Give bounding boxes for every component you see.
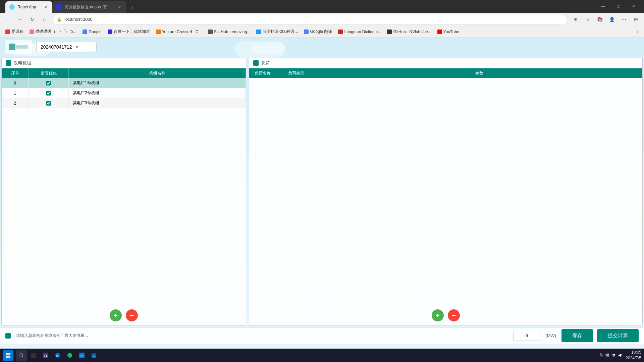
sidebar-button[interactable]: ⊟ bbox=[631, 14, 641, 25]
forward-button[interactable]: → bbox=[15, 14, 25, 25]
calendar-icon: 5 bbox=[91, 353, 97, 358]
bookmark-icon-googletranslate bbox=[304, 29, 309, 34]
right-remove-button[interactable]: − bbox=[448, 309, 460, 321]
left-remove-button[interactable]: − bbox=[126, 309, 138, 321]
cell-id-2: 2 bbox=[2, 98, 29, 108]
svg-text:</>: </> bbox=[80, 354, 84, 357]
home-button[interactable]: ⌂ bbox=[39, 14, 50, 25]
bookmark-crossref[interactable]: You are Crossref - C... bbox=[153, 28, 205, 36]
reload-button[interactable]: ↻ bbox=[27, 14, 38, 25]
right-table-header: 负荷名称 负荷类型 参数 bbox=[249, 68, 642, 78]
bottom-buttons: 保存 提交计算 bbox=[561, 329, 639, 342]
bookmark-bilibili[interactable]: 哔哩哔哩（゜-゜）つ... bbox=[27, 27, 79, 36]
taskbar-app-vs[interactable]: VS bbox=[40, 350, 51, 361]
favorites-button[interactable]: ☆ bbox=[582, 14, 593, 25]
right-panel-header: 负荷 bbox=[249, 58, 642, 68]
taskbar-app-search[interactable] bbox=[16, 350, 27, 361]
left-col-header-name: 机组名称 bbox=[69, 68, 246, 78]
bookmark-label-baidu: 百度一下，你就知道 bbox=[114, 29, 150, 35]
back-button[interactable]: ← bbox=[3, 14, 13, 25]
bookmark-label-youtube: YouTube bbox=[443, 29, 459, 34]
table-row[interactable]: 0 某电厂1号机组 bbox=[2, 78, 246, 88]
maximize-button[interactable]: □ bbox=[610, 0, 626, 13]
logo-image bbox=[9, 42, 29, 52]
search-icon bbox=[19, 353, 24, 358]
table-row[interactable]: 2 某电厂3号机组 bbox=[2, 98, 246, 108]
svg-text:e: e bbox=[56, 354, 58, 357]
bookmark-label-scihub: Sci-Hub: removing... bbox=[214, 29, 251, 34]
app-content: 202407041712 ▼ 发电机组 序号 是否优化 机组名称 bbox=[0, 38, 644, 349]
submit-button[interactable]: 提交计算 bbox=[597, 329, 639, 342]
bookmark-aikecheng[interactable]: 爱课程 bbox=[3, 27, 26, 36]
address-bar[interactable]: 🔒 localhost:3000 bbox=[52, 14, 568, 25]
taskbar-lang-en[interactable]: 英 bbox=[599, 353, 603, 358]
taskbar-lang-pin[interactable]: 拼 bbox=[605, 353, 609, 358]
date-value: 202407041712 bbox=[41, 44, 72, 50]
bookmark-baidu[interactable]: 百度一下，你就知道 bbox=[105, 27, 153, 36]
capacity-input[interactable] bbox=[513, 331, 540, 341]
vs-icon: VS bbox=[43, 353, 48, 358]
cell-check-2[interactable] bbox=[29, 98, 69, 108]
bookmark-icon-bilibili bbox=[30, 29, 34, 34]
close-button[interactable]: ✕ bbox=[626, 0, 641, 13]
cell-check-1[interactable] bbox=[29, 88, 69, 98]
new-tab-button[interactable]: + bbox=[127, 3, 137, 13]
left-panel-title: 发电机组 bbox=[14, 60, 31, 66]
right-add-button[interactable]: + bbox=[432, 309, 444, 321]
bookmark-longman[interactable]: Longman Dictionar... bbox=[335, 28, 384, 36]
taskbar-right: 英 拼 10:05 2024/7/5 bbox=[599, 350, 641, 361]
taskbar-app-vscode[interactable]: </> bbox=[76, 350, 87, 361]
tab-close-react[interactable]: ✕ bbox=[43, 4, 48, 10]
bookmark-google[interactable]: Google bbox=[80, 28, 104, 36]
bookmark-label-crossref: You are Crossref - C... bbox=[162, 29, 202, 34]
start-button[interactable] bbox=[3, 350, 13, 361]
tab-baidu[interactable]: 回调函数修改propos_百度搜索 ✕ bbox=[52, 1, 126, 13]
bookmark-label-longman: Longman Dictionar... bbox=[344, 29, 381, 34]
bookmark-github[interactable]: GitHub - NVlabs/ne... bbox=[384, 28, 434, 36]
bookmarks-bar: 爱课程 哔哩哔哩（゜-゜）つ... Google 百度一下，你就知道 You a… bbox=[0, 26, 644, 38]
right-col-header-name: 负荷名称 bbox=[249, 68, 276, 78]
extensions-button[interactable]: ⊞ bbox=[570, 14, 581, 25]
bookmark-baidufanyi[interactable]: 百度翻译-200种语... bbox=[254, 27, 301, 36]
title-bar: React App ✕ 回调函数修改propos_百度搜索 ✕ + — □ ✕ bbox=[0, 0, 644, 13]
taskbar-app-wechat[interactable] bbox=[64, 350, 75, 361]
time-display: 10:05 bbox=[626, 350, 641, 355]
more-button[interactable]: ⋯ bbox=[619, 14, 629, 25]
checkbox-1[interactable] bbox=[46, 91, 51, 96]
tab-close-baidu[interactable]: ✕ bbox=[117, 4, 122, 10]
bookmark-scihub[interactable]: Sci-Hub: removing... bbox=[205, 28, 253, 36]
cell-id-0: 0 bbox=[2, 78, 29, 88]
app-header: 202407041712 ▼ bbox=[0, 38, 644, 56]
cell-name-1: 某电厂2号机组 bbox=[69, 88, 246, 98]
checkbox-2[interactable] bbox=[46, 101, 51, 106]
date-display: 2024/7/5 bbox=[626, 355, 641, 361]
svg-point-14 bbox=[67, 353, 72, 358]
collections-button[interactable]: 📚 bbox=[594, 14, 605, 25]
minimize-button[interactable]: — bbox=[595, 0, 610, 13]
taskbar-app-terminal[interactable]: _ bbox=[28, 350, 39, 361]
svg-text:VS: VS bbox=[44, 354, 48, 357]
table-row[interactable]: 1 某电厂2号机组 bbox=[2, 88, 246, 98]
right-panel-title: 负荷 bbox=[261, 60, 270, 66]
wifi-icon bbox=[611, 353, 616, 358]
svg-point-6 bbox=[20, 354, 22, 356]
date-selector[interactable]: 202407041712 ▼ bbox=[36, 42, 97, 52]
tab-react-app[interactable]: React App ✕ bbox=[5, 1, 52, 13]
bookmark-label-googletranslate: Google 翻译 bbox=[310, 29, 332, 35]
profile-button[interactable]: 👤 bbox=[606, 14, 617, 25]
cell-check-0[interactable] bbox=[29, 78, 69, 88]
taskbar-system-icons: 英 拼 bbox=[599, 353, 623, 358]
tab-favicon-baidu bbox=[56, 4, 62, 10]
svg-rect-0 bbox=[9, 44, 15, 50]
bookmark-label-aikecheng: 爱课程 bbox=[11, 29, 23, 35]
taskbar-app-edge[interactable]: e bbox=[52, 350, 63, 361]
taskbar-time[interactable]: 10:05 2024/7/5 bbox=[626, 350, 641, 361]
left-add-button[interactable]: + bbox=[110, 309, 122, 321]
bookmark-googletranslate[interactable]: Google 翻译 bbox=[301, 27, 335, 36]
bookmarks-more-button[interactable]: › bbox=[633, 28, 641, 36]
left-col-header-id: 序号 bbox=[2, 68, 29, 78]
taskbar-app-calendar[interactable]: 5 bbox=[89, 350, 99, 361]
save-button[interactable]: 保存 bbox=[561, 329, 593, 342]
checkbox-0[interactable] bbox=[46, 81, 51, 85]
bookmark-youtube[interactable]: YouTube bbox=[435, 28, 462, 36]
